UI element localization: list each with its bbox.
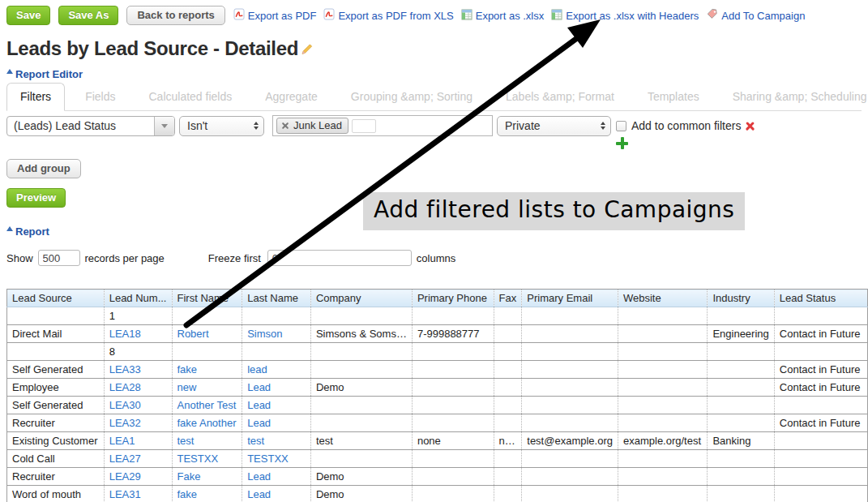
column-header-lead-num[interactable]: Lead Num... [104, 290, 172, 307]
column-header-lead-source[interactable]: Lead Source [7, 290, 105, 307]
cell-first-name [172, 307, 242, 325]
save-button[interactable]: Save [6, 6, 50, 25]
xlsx-icon [551, 9, 562, 23]
cell-fax [494, 450, 522, 468]
record-link[interactable]: Lead [247, 381, 271, 393]
cell-primary-phone [412, 414, 494, 432]
tab-fields[interactable]: Fields [72, 84, 128, 110]
report-toggle[interactable]: Report [6, 225, 49, 238]
column-header-last-name[interactable]: Last Name [242, 290, 311, 307]
record-link[interactable]: Fake [177, 470, 201, 483]
record-link[interactable]: fake [177, 363, 198, 375]
column-header-company[interactable]: Company [310, 290, 412, 307]
tab-templates[interactable]: Templates [635, 84, 712, 110]
cell-primary-phone [412, 307, 494, 325]
column-header-lead-status[interactable]: Lead Status [774, 290, 867, 307]
record-link[interactable]: LEA31 [109, 488, 141, 500]
record-link[interactable]: LEA27 [109, 453, 141, 465]
cell-first-name: fake [172, 486, 242, 502]
column-header-primary-phone[interactable]: Primary Phone [412, 290, 494, 307]
cell-lead-status [774, 486, 867, 502]
filter-visibility-select[interactable]: Private [497, 116, 611, 136]
preview-button[interactable]: Preview [6, 188, 66, 208]
table-row: Self GeneratedLEA30Another TestLead [7, 397, 868, 414]
record-link[interactable]: fake Another [177, 417, 237, 429]
filter-operator-select[interactable]: Isn't [179, 116, 264, 136]
tab-filters[interactable]: Filters [6, 83, 65, 111]
record-link[interactable]: LEA33 [109, 363, 141, 375]
tab-labels-amp-format[interactable]: Labels &amp; Format [493, 84, 627, 110]
export-as-pdf-link[interactable]: Export as PDF [233, 8, 317, 23]
cell-lead-status: Contact in Future [774, 325, 867, 343]
record-link[interactable]: TESTXX [177, 453, 219, 465]
freeze-columns-input[interactable] [267, 250, 412, 266]
cell-fax [494, 468, 522, 486]
record-link[interactable]: Lead [247, 470, 271, 483]
filter-visibility-value: Private [505, 119, 601, 132]
cell-primary-email [522, 468, 618, 486]
cell-industry: Banking [708, 432, 774, 450]
record-link[interactable]: LEA18 [109, 328, 141, 340]
add-filter-plus-icon[interactable] [616, 137, 628, 149]
common-filters-checkbox[interactable] [616, 121, 626, 131]
records-per-page-input[interactable] [38, 250, 80, 266]
remove-chip-icon[interactable] [280, 121, 289, 130]
report-editor-toggle[interactable]: Report Editor [6, 68, 83, 80]
filter-value-input[interactable]: Junk Lead [272, 115, 493, 136]
column-header-fax[interactable]: Fax [494, 290, 522, 307]
dropdown-button[interactable] [154, 117, 174, 135]
cell-primary-email [522, 343, 618, 361]
record-link[interactable]: lead [247, 363, 267, 375]
cell-lead-source: Recruiter [7, 468, 105, 486]
record-link[interactable]: new [177, 381, 197, 393]
remove-filter-icon[interactable] [744, 120, 756, 132]
cell-first-name: Fake [172, 468, 242, 486]
cell-first-name: test [172, 432, 242, 450]
cell-website [618, 325, 707, 343]
record-link[interactable]: Lead [247, 399, 271, 411]
cell-lead-source: Existing Customer [7, 432, 105, 450]
record-link[interactable]: Lead [247, 417, 271, 429]
record-link[interactable]: TESTXX [247, 453, 289, 465]
cell-primary-phone [412, 468, 494, 486]
cell-last-name: Lead [242, 486, 311, 502]
tab-aggregate[interactable]: Aggregate [252, 84, 331, 110]
record-link[interactable]: LEA32 [109, 417, 141, 429]
title-row: Leads by Lead Source - Detailed [6, 37, 314, 60]
cell-first-name: new [172, 379, 242, 397]
export-as-xlsx-with-headers-link[interactable]: Export as .xlsx with Headers [551, 9, 699, 23]
add-group-button[interactable]: Add group [6, 159, 81, 178]
record-link[interactable]: Another Test [177, 399, 237, 411]
column-header-primary-email[interactable]: Primary Email [522, 290, 618, 307]
column-header-website[interactable]: Website [618, 290, 707, 307]
back-to-reports-button[interactable]: Back to reports [126, 6, 224, 25]
column-header-industry[interactable]: Industry [708, 290, 774, 307]
link-label: Export as PDF [248, 10, 317, 22]
cell-website [618, 486, 707, 502]
export-as-xlsx-link[interactable]: Export as .xlsx [461, 9, 545, 23]
save-as-button[interactable]: Save As [58, 6, 118, 25]
tab-sharing-amp-scheduling[interactable]: Sharing &amp; Scheduling [720, 84, 868, 110]
record-link[interactable]: LEA28 [109, 381, 141, 393]
record-link[interactable]: test [247, 435, 264, 447]
collapse-caret-icon [6, 226, 13, 231]
cell-lead-status: Contact in Future [774, 414, 867, 432]
cell-first-name: fake Another [172, 414, 242, 432]
record-link[interactable]: LEA29 [109, 470, 141, 483]
record-link[interactable]: Robert [177, 328, 209, 340]
freeze-first-label: Freeze first [208, 252, 261, 264]
filter-field-select[interactable]: (Leads) Lead Status [6, 116, 175, 136]
tab-calculated-fields[interactable]: Calculated fields [135, 84, 245, 110]
column-header-first-name[interactable]: First Name [172, 290, 242, 307]
tab-grouping-amp-sorting[interactable]: Grouping &amp; Sorting [338, 84, 485, 110]
record-link[interactable]: LEA30 [109, 399, 141, 411]
record-link[interactable]: Lead [247, 488, 271, 500]
record-link[interactable]: fake [177, 488, 198, 500]
chip-text-input[interactable] [352, 119, 376, 133]
edit-pencil-icon[interactable] [300, 42, 314, 59]
record-link[interactable]: LEA1 [109, 435, 135, 447]
add-to-campaign-link[interactable]: Add To Campaign [706, 8, 805, 23]
record-link[interactable]: Simson [247, 328, 282, 340]
export-as-pdf-from-xls-link[interactable]: Export as PDF from XLS [323, 8, 453, 23]
record-link[interactable]: test [177, 435, 195, 447]
